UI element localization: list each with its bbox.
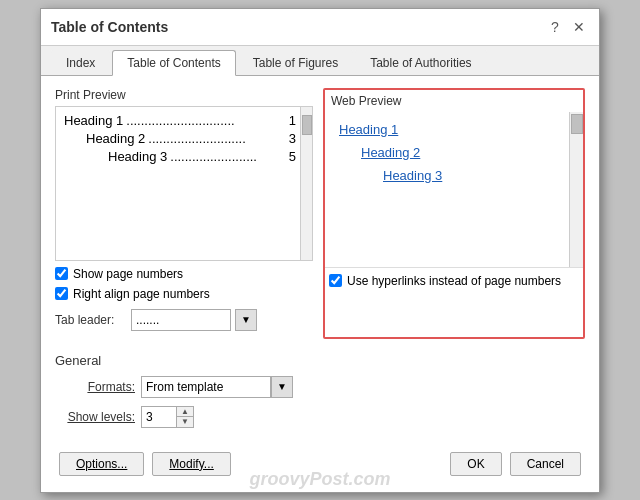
hyperlinks-checkbox[interactable] [329,274,342,287]
web-link-h1[interactable]: Heading 1 [339,122,563,137]
web-preview-box: Heading 1 Heading 2 Heading 3 [325,112,583,267]
tab-leader-dropdown-arrow[interactable]: ▼ [235,309,257,331]
general-section: General Formats: ▼ Show levels: ▲ ▼ [55,353,585,428]
tab-leader-select-wrapper: ▼ [131,309,257,331]
show-levels-input[interactable] [141,406,177,428]
show-levels-spinner: ▲ ▼ [141,406,194,428]
tab-authorities[interactable]: Table of Authorities [355,50,486,75]
help-button[interactable]: ? [545,17,565,37]
options-button[interactable]: Options... [59,452,144,476]
formats-label: Formats: [55,380,135,394]
web-preview-label: Web Preview [331,94,577,108]
modify-button[interactable]: Modify... [152,452,230,476]
dialog-content: Print Preview Heading 1 ................… [41,76,599,492]
tab-leader-label: Tab leader: [55,313,125,327]
print-h3-dots: ........................ [170,149,285,164]
tab-toc[interactable]: Table of Contents [112,50,235,76]
formats-dropdown-arrow[interactable]: ▼ [271,376,293,398]
title-bar: Table of Contents ? ✕ [41,9,599,46]
general-title: General [55,353,585,368]
hyperlinks-label: Use hyperlinks instead of page numbers [347,274,561,288]
spinner-up-button[interactable]: ▲ [177,407,193,417]
print-preview-box: Heading 1 ..............................… [55,106,313,261]
web-preview-section: Web Preview Heading 1 Heading 2 Heading … [323,88,585,339]
web-preview-label-wrapper: Web Preview [325,90,583,108]
hyperlink-row: Use hyperlinks instead of page numbers [325,267,583,294]
print-row-h2: Heading 2 ........................... 3 [64,131,296,146]
show-levels-row: Show levels: ▲ ▼ [55,406,585,428]
dialog-title-area: Table of Contents [51,19,168,35]
web-scroll-thumb [571,114,583,134]
print-h1-dots: .............................. [126,113,285,128]
print-preview-content: Heading 1 ..............................… [56,107,312,173]
dialog-title: Table of Contents [51,19,168,35]
print-h3-page: 5 [289,149,296,164]
web-link-h3[interactable]: Heading 3 [383,168,563,183]
print-preview-section: Print Preview Heading 1 ................… [55,88,313,339]
tab-bar: Index Table of Contents Table of Figures… [41,46,599,76]
print-h1-page: 1 [289,113,296,128]
title-bar-buttons: ? ✕ [545,17,589,37]
ok-button[interactable]: OK [450,452,501,476]
right-align-checkbox[interactable] [55,287,68,300]
close-button[interactable]: ✕ [569,17,589,37]
show-page-numbers-row: Show page numbers [55,267,313,281]
formats-input[interactable] [141,376,271,398]
right-align-label: Right align page numbers [73,287,210,301]
spinner-down-button[interactable]: ▼ [177,417,193,427]
tab-leader-input[interactable] [131,309,231,331]
tab-figures[interactable]: Table of Figures [238,50,353,75]
show-page-numbers-checkbox[interactable] [55,267,68,280]
print-scrollbar[interactable] [300,107,312,260]
print-row-h1: Heading 1 ..............................… [64,113,296,128]
bottom-right-buttons: OK Cancel [450,452,581,476]
formats-row: Formats: ▼ [55,376,585,398]
bottom-left-buttons: Options... Modify... [59,452,231,476]
show-page-numbers-label: Show page numbers [73,267,183,281]
show-levels-label: Show levels: [55,410,135,424]
watermark: groovyPost.com [249,469,390,490]
web-scrollbar[interactable] [569,112,583,267]
print-h3-text: Heading 3 [64,149,167,164]
print-h1-text: Heading 1 [64,113,123,128]
spinner-buttons: ▲ ▼ [177,406,194,428]
print-scrollbar-thumb [302,115,312,135]
print-row-h3: Heading 3 ........................ 5 [64,149,296,164]
cancel-button[interactable]: Cancel [510,452,581,476]
print-h2-dots: ........................... [148,131,285,146]
web-link-h2[interactable]: Heading 2 [361,145,563,160]
right-align-row: Right align page numbers [55,287,313,301]
print-h2-page: 3 [289,131,296,146]
web-preview-inner: Heading 1 Heading 2 Heading 3 [325,112,583,183]
tab-leader-row: Tab leader: ▼ [55,309,313,331]
formats-select-wrapper: ▼ [141,376,293,398]
preview-columns: Print Preview Heading 1 ................… [55,88,585,339]
table-of-contents-dialog: Table of Contents ? ✕ Index Table of Con… [40,8,600,493]
print-h2-text: Heading 2 [64,131,145,146]
tab-index[interactable]: Index [51,50,110,75]
print-preview-label: Print Preview [55,88,313,102]
